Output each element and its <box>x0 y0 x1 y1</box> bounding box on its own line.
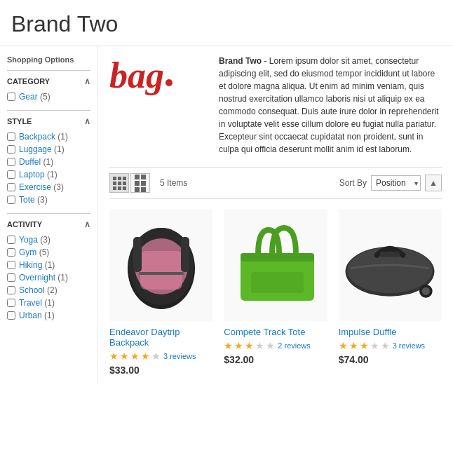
filter-link-hiking[interactable]: Hiking (1) <box>19 260 55 270</box>
brand-title: Brand Two <box>0 0 453 46</box>
product-name-3[interactable]: Impulse Duffle <box>339 327 442 337</box>
product-card-2: Compete Track Tote ★ ★ ★ ★ ★ 2 reviews $… <box>224 209 327 376</box>
filter-link-luggage[interactable]: Luggage (1) <box>19 144 65 154</box>
product-name-2[interactable]: Compete Track Tote <box>224 327 327 337</box>
svg-rect-3 <box>140 251 182 290</box>
product-reviews-2[interactable]: 2 reviews <box>278 341 310 350</box>
star-3-4: ★ <box>370 340 379 351</box>
product-name-1[interactable]: Endeavor Daytrip Backpack <box>109 327 212 348</box>
star-3-3: ★ <box>360 340 369 351</box>
grid-view-button[interactable] <box>109 173 129 193</box>
filter-link-travel[interactable]: Travel (1) <box>19 298 55 308</box>
filter-item-yoga[interactable]: Yoga (3) <box>7 233 90 246</box>
product-reviews-1[interactable]: 3 reviews <box>163 352 196 360</box>
filter-link-duffel[interactable]: Duffel (1) <box>19 157 53 167</box>
filter-item-gym[interactable]: Gym (5) <box>7 246 90 259</box>
filter-item-gear[interactable]: Gear (5) <box>7 90 90 103</box>
sort-select[interactable]: Position Name Price <box>371 175 421 191</box>
filter-item-urban[interactable]: Urban (1) <box>7 309 90 322</box>
brand-description-name: Brand Two <box>219 56 262 66</box>
sidebar: Shopping Options CATEGORY ∧ Gear (5) STY… <box>0 46 98 384</box>
filter-link-gym[interactable]: Gym (5) <box>19 247 49 257</box>
filter-checkbox-luggage[interactable] <box>7 145 15 154</box>
filter-checkbox-backpack[interactable] <box>7 132 15 141</box>
filter-item-school[interactable]: School (2) <box>7 284 90 297</box>
product-image-wrap-1[interactable] <box>109 209 212 321</box>
star-2-4: ★ <box>255 340 264 351</box>
filter-item-overnight[interactable]: Overnight (1) <box>7 271 90 284</box>
chevron-up-icon-style: ∧ <box>84 116 90 126</box>
filter-checkbox-yoga[interactable] <box>7 236 15 244</box>
svg-rect-8 <box>241 253 314 261</box>
filter-checkbox-overnight[interactable] <box>7 273 15 282</box>
filter-count-gear: (5) <box>40 92 50 102</box>
filter-link-tote[interactable]: Tote (3) <box>19 195 48 205</box>
grid-3-icon <box>113 177 126 190</box>
filter-item-exercise[interactable]: Exercise (3) <box>7 181 90 193</box>
star-1-4: ★ <box>141 351 150 362</box>
filter-item-backpack[interactable]: Backpack (1) <box>7 130 90 143</box>
filter-link-gear[interactable]: Gear (5) <box>19 92 50 102</box>
filter-header-style[interactable]: STYLE ∧ <box>7 110 90 130</box>
star-3-5: ★ <box>381 340 390 351</box>
svg-rect-14 <box>380 252 400 257</box>
items-count: 5 Items <box>160 178 187 188</box>
star-2-2: ★ <box>234 340 243 351</box>
filter-checkbox-duffel[interactable] <box>7 158 15 166</box>
brand-description-body: - Lorem ipsum dolor sit amet, consectetu… <box>219 56 439 154</box>
filter-checkbox-exercise[interactable] <box>7 183 15 191</box>
sort-select-wrapper: Position Name Price <box>371 175 421 191</box>
product-image-tote <box>226 219 325 311</box>
filter-item-travel[interactable]: Travel (1) <box>7 297 90 309</box>
star-3-2: ★ <box>349 340 358 351</box>
filter-checkbox-laptop[interactable] <box>7 170 15 179</box>
filter-link-urban[interactable]: Urban (1) <box>19 311 55 320</box>
svg-rect-9 <box>251 272 304 293</box>
filter-section-activity: ACTIVITY ∧ Yoga (3) Gym (5) Hiking (1) <box>7 213 90 322</box>
svg-rect-5 <box>181 237 189 272</box>
sidebar-options-label: Shopping Options <box>7 55 90 64</box>
filter-style-label: STYLE <box>7 117 32 125</box>
filter-style-items: Backpack (1) Luggage (1) Duffel (1) Lapt… <box>7 130 90 206</box>
brand-logo: bag <box>109 55 208 96</box>
product-image-wrap-2[interactable] <box>224 209 327 321</box>
filter-activity-items: Yoga (3) Gym (5) Hiking (1) Overnight (1… <box>7 233 90 322</box>
filter-item-laptop[interactable]: Laptop (1) <box>7 168 90 181</box>
star-1-2: ★ <box>120 351 129 362</box>
filter-header-activity[interactable]: ACTIVITY ∧ <box>7 213 90 233</box>
product-stars-1: ★ ★ ★ ★ ★ 3 reviews <box>109 351 212 362</box>
chevron-up-icon: ∧ <box>84 76 90 86</box>
sort-direction-button[interactable]: ▲ <box>425 175 442 191</box>
filter-link-exercise[interactable]: Exercise (3) <box>19 182 64 192</box>
list-view-button[interactable] <box>130 173 150 193</box>
filter-link-school[interactable]: School (2) <box>19 285 58 295</box>
filter-item-duffel[interactable]: Duffel (1) <box>7 156 90 168</box>
filter-link-overnight[interactable]: Overnight (1) <box>19 273 68 283</box>
filter-checkbox-urban[interactable] <box>7 311 15 320</box>
product-reviews-3[interactable]: 3 reviews <box>393 341 425 350</box>
filter-checkbox-hiking[interactable] <box>7 261 15 269</box>
filter-header-category[interactable]: CATEGORY ∧ <box>7 70 90 90</box>
toolbar: 5 Items Sort By Position Name Price ▲ <box>109 167 442 199</box>
grid-2-icon <box>135 175 146 192</box>
filter-checkbox-school[interactable] <box>7 286 15 294</box>
filter-item-hiking[interactable]: Hiking (1) <box>7 259 90 271</box>
sort-label: Sort By <box>339 178 367 188</box>
filter-item-luggage[interactable]: Luggage (1) <box>7 143 90 156</box>
filter-item-tote[interactable]: Tote (3) <box>7 193 90 206</box>
main-content: bag Brand Two - Lorem ipsum dolor sit am… <box>98 46 453 384</box>
filter-checkbox-tote[interactable] <box>7 196 15 204</box>
filter-link-backpack[interactable]: Backpack (1) <box>19 132 68 142</box>
filter-link-yoga[interactable]: Yoga (3) <box>19 235 50 245</box>
product-grid: Endeavor Daytrip Backpack ★ ★ ★ ★ ★ 3 re… <box>109 209 442 376</box>
star-3-1: ★ <box>339 340 348 351</box>
product-image-backpack <box>119 216 203 314</box>
filter-checkbox-travel[interactable] <box>7 299 15 307</box>
star-1-5: ★ <box>151 351 161 362</box>
filter-link-laptop[interactable]: Laptop (1) <box>19 170 58 179</box>
filter-checkbox-gear[interactable] <box>7 93 15 101</box>
star-1-1: ★ <box>109 351 119 362</box>
brand-description: Brand Two - Lorem ipsum dolor sit amet, … <box>219 55 442 156</box>
product-image-wrap-3[interactable] <box>339 209 442 321</box>
filter-checkbox-gym[interactable] <box>7 248 15 257</box>
